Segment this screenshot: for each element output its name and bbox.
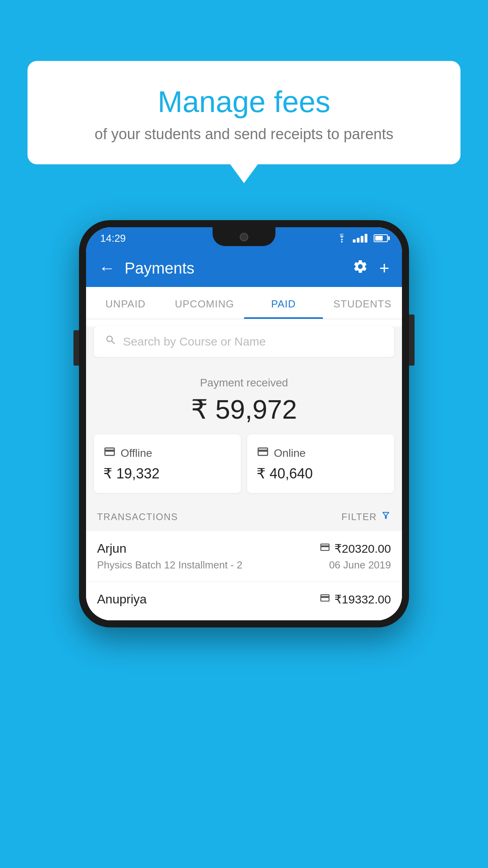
offline-icon: [103, 445, 116, 461]
payment-amount: ₹ 59,972: [94, 394, 394, 425]
online-amount: ₹ 40,640: [257, 465, 385, 482]
search-placeholder: Search by Course or Name: [123, 335, 266, 348]
tab-unpaid[interactable]: UNPAID: [86, 287, 165, 319]
main-content: Search by Course or Name Payment receive…: [86, 326, 402, 620]
wifi-icon: [336, 234, 348, 243]
transaction-bottom-1: Physics Batch 12 Installment - 2 06 June…: [97, 559, 391, 571]
notch: [213, 227, 275, 246]
speech-bubble: Manage fees of your students and send re…: [28, 61, 460, 164]
search-bar[interactable]: Search by Course or Name: [94, 326, 394, 357]
tab-students[interactable]: STUDENTS: [323, 287, 402, 319]
online-card: Online ₹ 40,640: [247, 434, 394, 493]
transaction-row[interactable]: Arjun ₹20320.00 Physics Batch 12 Install…: [86, 531, 402, 582]
status-bar: 14:29: [86, 227, 402, 249]
transaction-name-2: Anupriya: [97, 592, 147, 607]
app-bar-title: Payments: [125, 259, 343, 277]
transaction-type-icon-1: [319, 542, 330, 555]
filter-label: FILTER: [341, 511, 377, 522]
payment-cards: Offline ₹ 19,332 Online: [86, 434, 402, 502]
transaction-amount-1: ₹20320.00: [334, 542, 391, 555]
transaction-top-2: Anupriya ₹19332.00: [97, 592, 391, 607]
tab-upcoming[interactable]: UPCOMING: [165, 287, 244, 319]
back-button[interactable]: ←: [99, 259, 115, 278]
phone-outer: 14:29: [79, 220, 409, 627]
transactions-label: TRANSACTIONS: [97, 511, 178, 522]
transaction-amount-2: ₹19332.00: [334, 592, 391, 606]
online-label: Online: [274, 447, 306, 460]
online-card-header: Online: [257, 445, 385, 461]
phone-inner: 14:29: [86, 227, 402, 620]
transaction-course-1: Physics Batch 12 Installment - 2: [97, 559, 242, 571]
online-icon: [257, 445, 269, 461]
status-icons: [336, 234, 388, 243]
app-bar: ← Payments +: [86, 249, 402, 287]
filter-container[interactable]: FILTER: [341, 510, 391, 523]
app-bar-actions: +: [352, 258, 389, 278]
offline-card: Offline ₹ 19,332: [94, 434, 241, 493]
search-icon: [105, 334, 117, 349]
status-time: 14:29: [100, 232, 126, 245]
tabs-container: UNPAID UPCOMING PAID STUDENTS: [86, 287, 402, 319]
transaction-row-2[interactable]: Anupriya ₹19332.00: [86, 582, 402, 620]
tab-paid[interactable]: PAID: [244, 287, 323, 319]
transaction-amount-container-2: ₹19332.00: [319, 592, 391, 606]
transaction-type-icon-2: [319, 592, 330, 606]
payment-summary: Payment received ₹ 59,972: [86, 364, 402, 434]
transaction-date-1: 06 June 2019: [329, 559, 391, 571]
transaction-amount-container-1: ₹20320.00: [319, 542, 391, 555]
payment-received-label: Payment received: [94, 377, 394, 389]
transactions-header: TRANSACTIONS FILTER: [86, 502, 402, 531]
phone-device: 14:29: [79, 220, 409, 627]
speech-bubble-subtitle: of your students and send receipts to pa…: [47, 126, 441, 143]
signal-bars: [353, 234, 367, 243]
offline-card-header: Offline: [103, 445, 231, 461]
transaction-top-1: Arjun ₹20320.00: [97, 541, 391, 556]
camera: [240, 233, 248, 241]
battery-icon: [374, 234, 388, 242]
filter-icon: [381, 510, 391, 523]
speech-bubble-container: Manage fees of your students and send re…: [28, 61, 460, 164]
offline-label: Offline: [121, 447, 152, 460]
speech-bubble-title: Manage fees: [47, 85, 441, 119]
settings-icon[interactable]: [352, 259, 368, 278]
add-icon[interactable]: +: [379, 258, 389, 278]
offline-amount: ₹ 19,332: [103, 465, 231, 482]
svg-point-0: [341, 241, 343, 243]
transaction-name-1: Arjun: [97, 541, 127, 556]
